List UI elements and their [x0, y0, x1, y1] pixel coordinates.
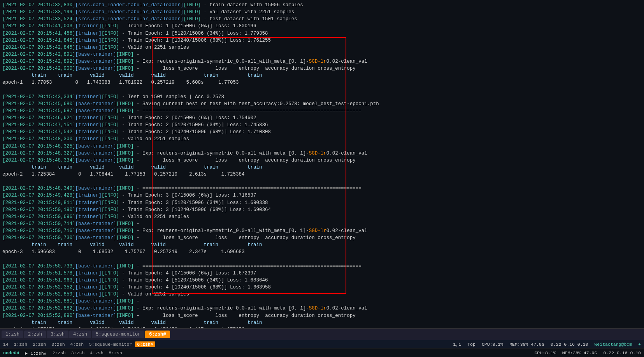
- tab-5[interactable]: 5:squeue-monitor: [92, 331, 144, 338]
- log-line: [2021-02-07 20:15:51,963][trainer][INFO]…: [2, 277, 642, 284]
- dot-indicator: ●: [638, 342, 641, 347]
- log-line: epoch-3 1.696683 0 1.68532 1.75767 0.257…: [2, 248, 642, 255]
- bottom-load: 0.22 0.16 0.10: [603, 350, 641, 355]
- log-line: [2021-02-07 20:15:48,327][base-trainer][…: [2, 150, 642, 157]
- bottom-mem: MEM:38% 47.9G: [562, 350, 597, 355]
- bottom-status-right: CPU:8.1% MEM:38% 47.9G 0.22 0.16 0.10: [534, 350, 641, 355]
- log-line: [2021-02-07 20:15:33,199][srcs.data_load…: [2, 9, 642, 16]
- tab-1[interactable]: 1:zsh: [2, 331, 23, 338]
- log-line: [2, 178, 642, 185]
- log-line: [2021-02-07 20:15:33,524][srcs.data_load…: [2, 16, 642, 23]
- bottom-cpu: CPU:8.1%: [534, 350, 556, 355]
- log-line: epoch-4 1.677072 0 1.669201 1.742617 0.4…: [2, 326, 642, 328]
- log-line: [2021-02-07 20:15:52,890][base-trainer][…: [2, 312, 642, 319]
- log-line: train train valid valid valid train trai…: [2, 72, 642, 79]
- cpu-info: CPU:8.1%: [482, 342, 503, 347]
- log-line: [2021-02-07 20:15:49,811][trainer][INFO]…: [2, 199, 642, 206]
- log-line: [2021-02-07 20:15:50,696][trainer][INFO]…: [2, 213, 642, 220]
- tab-6[interactable]: 6:zsh#: [145, 331, 170, 338]
- tab-4[interactable]: 4:zsh: [69, 331, 91, 338]
- log-line: [2021-02-07 20:15:50,730][base-trainer][…: [2, 234, 642, 241]
- log-line: [2021-02-07 20:15:49,428][trainer][INFO]…: [2, 192, 642, 199]
- log-line: [2021-02-07 20:15:52,352][trainer][INFO]…: [2, 284, 642, 291]
- log-line: [2021-02-07 20:15:52,882][base-trainer][…: [2, 305, 642, 312]
- bottom-status-left: node04 ▶ 1:zsh# 2:zsh 3:zsh 4:zsh 5:zsh: [3, 350, 122, 356]
- log-line: [2021-02-07 20:15:48,325][base-trainer][…: [2, 143, 642, 150]
- log-line: [2021-02-07 20:15:51,578][trainer][INFO]…: [2, 270, 642, 277]
- log-line: [2021-02-07 20:15:41,845][trainer][INFO]…: [2, 37, 642, 44]
- status-bar-bottom: node04 ▶ 1:zsh# 2:zsh 3:zsh 4:zsh 5:zsh …: [0, 348, 644, 357]
- active-tab-label: 6:zsh#: [135, 341, 155, 347]
- bottom-tabs: 2:zsh 3:zsh 4:zsh 5:zsh: [52, 350, 122, 355]
- node-label: node04: [3, 350, 19, 355]
- log-line: [2021-02-07 20:15:48,334][base-trainer][…: [2, 157, 642, 164]
- user-info: weitaotang@bcm: [594, 342, 632, 347]
- tmux-tabs-bar[interactable]: 1:zsh2:zsh3:zsh4:zsh5:squeue-monitor6:zs…: [0, 328, 644, 340]
- load-info: 0.22 0.16 0.10: [551, 342, 588, 347]
- log-line: [2021-02-07 20:15:46,621][trainer][INFO]…: [2, 114, 642, 121]
- log-line: [2021-02-07 20:15:45,687][base-trainer][…: [2, 107, 642, 114]
- log-line: train train valid valid valid train trai…: [2, 164, 642, 171]
- status-bar-top: 14 1:zsh 2:zsh 3:zsh 4:zsh 5:squeue-moni…: [0, 340, 644, 348]
- mem-info: MEM:38% 47.9G: [509, 342, 544, 347]
- terminal-output: [2021-02-07 20:15:32,830][srcs.data_load…: [0, 0, 644, 328]
- log-line: [2021-02-07 20:15:32,830][srcs.data_load…: [2, 2, 642, 9]
- log-line: [2021-02-07 20:15:50,190][trainer][INFO]…: [2, 206, 642, 213]
- log-line: [2021-02-07 20:15:45,680][base-trainer][…: [2, 100, 642, 107]
- log-line: [2021-02-07 20:15:50,716][base-trainer][…: [2, 227, 642, 234]
- log-line: epoch-1 1.77053 0 1.743088 1.781922 0.25…: [2, 79, 642, 86]
- log-line: [2021-02-07 20:15:52,859][trainer][INFO]…: [2, 291, 642, 298]
- log-line: [2021-02-07 20:15:42,892][base-trainer][…: [2, 58, 642, 65]
- log-line: [2021-02-07 20:15:48,300][trainer][INFO]…: [2, 135, 642, 142]
- log-line: train train valid valid valid train trai…: [2, 319, 642, 326]
- log-line: [2021-02-07 20:15:41,456][trainer][INFO]…: [2, 30, 642, 37]
- log-line: [2021-02-07 20:15:47,542][trainer][INFO]…: [2, 128, 642, 135]
- bottom-prompt: ▶ 1:zsh#: [22, 350, 49, 356]
- log-line: [2, 256, 642, 263]
- terminal-window: [2021-02-07 20:15:32,830][srcs.data_load…: [0, 0, 644, 328]
- tab-list-label: 14 1:zsh 2:zsh 3:zsh 4:zsh 5:squeue-moni…: [3, 342, 132, 347]
- position-info: 1,1: [453, 342, 461, 347]
- log-line: [2021-02-07 20:15:42,900][base-trainer][…: [2, 65, 642, 72]
- status-right: 1,1 Top CPU:8.1% MEM:38% 47.9G 0.22 0.16…: [453, 342, 641, 347]
- log-line: [2021-02-07 20:15:42,891][base-trainer][…: [2, 51, 642, 58]
- log-line: [2021-02-07 20:15:50,733][base-trainer][…: [2, 263, 642, 270]
- log-line: [2021-02-07 20:15:52,881][base-trainer][…: [2, 298, 642, 305]
- log-line: [2, 86, 642, 93]
- log-line: [2021-02-07 20:15:42,845][trainer][INFO]…: [2, 44, 642, 51]
- log-line: [2021-02-07 20:15:47,151][trainer][INFO]…: [2, 121, 642, 128]
- status-left: 14 1:zsh 2:zsh 3:zsh 4:zsh 5:squeue-moni…: [3, 341, 155, 347]
- log-line: [2021-02-07 20:15:50,714][base-trainer][…: [2, 220, 642, 227]
- top-label: Top: [467, 342, 476, 347]
- log-line: epoch-2 1.725384 0 1.708441 1.77153 0.25…: [2, 171, 642, 178]
- log-line: train train valid valid valid train trai…: [2, 241, 642, 248]
- log-line: [2021-02-07 20:15:41,003][trainer][INFO]…: [2, 23, 642, 30]
- log-line: [2021-02-07 20:15:43,334][trainer][INFO]…: [2, 93, 642, 100]
- tab-2[interactable]: 2:zsh: [24, 331, 46, 338]
- tab-3[interactable]: 3:zsh: [47, 331, 68, 338]
- log-line: [2021-02-07 20:15:48,349][base-trainer][…: [2, 185, 642, 192]
